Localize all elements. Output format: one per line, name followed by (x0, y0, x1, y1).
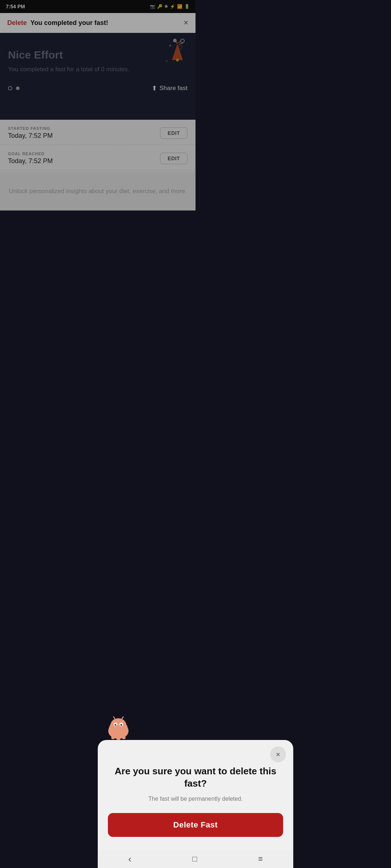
modal-overlay[interactable] (0, 0, 196, 434)
